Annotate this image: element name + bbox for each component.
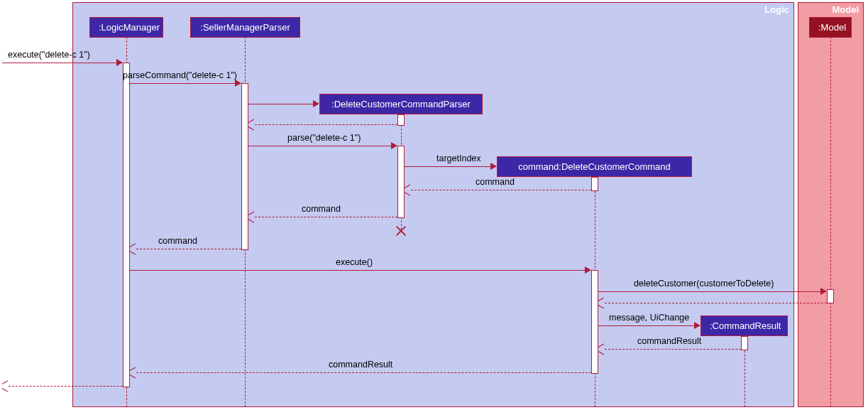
participant-logic-manager: :LogicManager [89,17,163,38]
frame-logic: Logic [72,2,794,407]
lifeline-model [830,37,831,407]
activation-model [827,289,834,303]
activation-command-result [741,336,748,350]
destroy-dccp [395,225,407,237]
participant-model: :Model [809,17,852,38]
activation-dccp-create [397,114,405,126]
participant-seller-manager-parser: :SellerManagerParser [190,17,300,38]
activation-logic-manager [123,63,130,387]
activation-seller-manager-parser [241,83,248,250]
participant-command-result: :CommandResult [701,315,788,336]
participant-delete-customer-command-parser: :DeleteCustomerCommandParser [319,94,483,114]
participant-delete-customer-command: command:DeleteCustomerCommand [497,156,692,177]
frame-logic-title: Logic [764,4,789,15]
activation-dcc-create [591,177,598,191]
activation-dcc-execute [591,270,598,374]
activation-dccp-parse [397,146,405,218]
frame-model-title: Model [832,4,859,15]
